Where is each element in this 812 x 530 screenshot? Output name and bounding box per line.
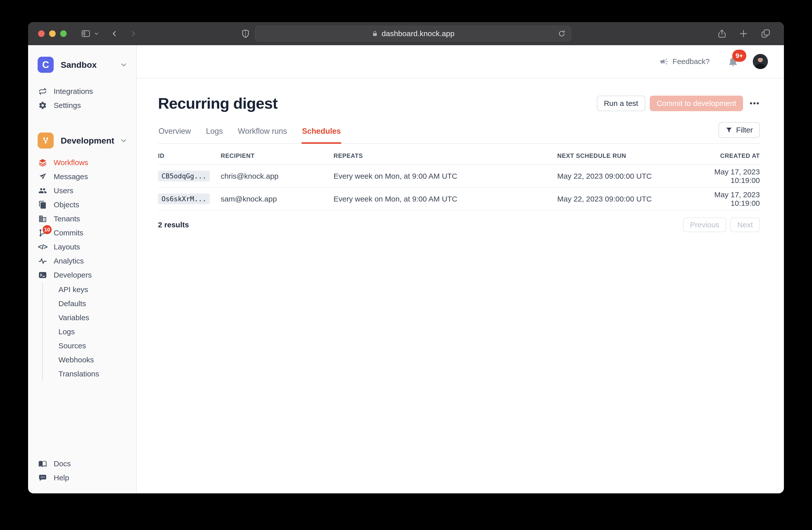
sidebar-item-help[interactable]: Help (38, 471, 129, 485)
notifications-button[interactable]: 9+ (727, 55, 739, 68)
commits-count-badge: 10 (43, 225, 52, 234)
environment-name: Development (61, 136, 120, 145)
sidebar-item-label: Messages (54, 172, 88, 181)
sidebar-subitem-logs[interactable]: Logs (43, 325, 129, 339)
created-at-cell: May 17, 2023 10:19:00 (698, 191, 760, 208)
next-run-cell: May 22, 2023 09:00:00 UTC (557, 172, 698, 180)
minimize-window-button[interactable] (49, 30, 56, 37)
previous-page-button[interactable]: Previous (683, 218, 726, 232)
window-controls (38, 30, 67, 37)
sidebar-item-docs[interactable]: Docs (38, 457, 129, 471)
schedule-id[interactable]: CB5odqGg... (158, 171, 210, 181)
close-window-button[interactable] (38, 30, 45, 37)
forward-button[interactable] (129, 29, 137, 38)
documents-icon (38, 200, 48, 209)
column-header-id: ID (158, 152, 221, 159)
sidebar-item-tenants[interactable]: Tenants (38, 212, 129, 226)
sidebar-item-label: Objects (54, 200, 79, 209)
environment-switcher[interactable]: Development (38, 132, 129, 149)
tab-bar: Overview Logs Workflow runs Schedules Fi… (158, 123, 760, 144)
terminal-icon (38, 271, 48, 279)
developers-submenu: API keys Defaults Variables Logs Sources… (42, 282, 129, 381)
sidebar-item-analytics[interactable]: Analytics (38, 254, 129, 268)
zoom-window-button[interactable] (60, 30, 67, 37)
sidebar-subitem-webhooks[interactable]: Webhooks (43, 353, 129, 367)
sidebar: C Sandbox Integrations (28, 45, 137, 493)
pulse-icon (38, 257, 48, 265)
sidebar-subitem-translations[interactable]: Translations (43, 367, 129, 381)
paper-plane-icon (38, 172, 48, 181)
created-at-cell: May 17, 2023 10:19:00 (698, 168, 760, 185)
sidebar-item-integrations[interactable]: Integrations (38, 84, 129, 98)
chevron-down-icon (120, 137, 128, 144)
sidebar-item-label: Settings (54, 101, 81, 110)
tab-schedules[interactable]: Schedules (301, 123, 341, 143)
tab-overview-icon[interactable] (760, 29, 771, 39)
sidebar-item-workflows[interactable]: Workflows (38, 156, 129, 170)
chat-bubble-icon (38, 474, 48, 482)
chevron-down-icon (120, 61, 128, 69)
sidebar-subitem-api-keys[interactable]: API keys (43, 282, 129, 297)
page-title: Recurring digest (158, 94, 597, 112)
url-text: dashboard.knock.app (382, 29, 455, 38)
sidebar-subitem-sources[interactable]: Sources (43, 339, 129, 353)
workspace-switcher[interactable]: C Sandbox (38, 57, 129, 73)
repeats-cell: Every week on Mon, at 9:00 AM UTC (334, 172, 557, 180)
run-a-test-button[interactable]: Run a test (597, 96, 645, 111)
environment-logo (38, 132, 54, 149)
reload-icon[interactable] (558, 29, 566, 38)
sidebar-item-layouts[interactable]: </> Layouts (38, 240, 129, 254)
table-row[interactable]: Os6skXrM... sam@knock.app Every week on … (158, 188, 760, 211)
privacy-shield-icon[interactable] (241, 28, 250, 39)
sidebar-item-label: Developers (54, 271, 92, 279)
book-icon (38, 460, 48, 468)
next-page-button[interactable]: Next (730, 218, 760, 232)
column-header-recipient: RECIPIENT (221, 152, 334, 159)
column-header-next-schedule-run: NEXT SCHEDULE RUN (557, 152, 698, 159)
back-button[interactable] (111, 29, 118, 38)
code-brackets-icon: </> (38, 243, 48, 251)
sidebar-subitem-variables[interactable]: Variables (43, 311, 129, 325)
tab-workflow-runs[interactable]: Workflow runs (237, 123, 287, 143)
next-run-cell: May 22, 2023 09:00:00 UTC (557, 195, 698, 203)
sidebar-subitem-defaults[interactable]: Defaults (43, 297, 129, 311)
avatar[interactable] (753, 54, 768, 69)
pagination: 2 results Previous Next (158, 218, 760, 232)
address-bar[interactable]: dashboard.knock.app (255, 26, 571, 41)
column-header-created-at: CREATED AT (698, 152, 760, 159)
tab-overview[interactable]: Overview (158, 123, 191, 143)
tab-logs[interactable]: Logs (205, 123, 223, 143)
feedback-label: Feedback? (672, 57, 710, 66)
sidebar-menu-chevron-icon[interactable] (94, 31, 99, 37)
sidebar-item-label: Tenants (54, 214, 80, 223)
page-content: Recurring digest Run a test Commit to de… (137, 78, 784, 493)
schedule-id[interactable]: Os6skXrM... (158, 194, 210, 204)
main-area: Feedback? 9+ (137, 45, 784, 493)
notification-count-badge: 9+ (732, 50, 746, 62)
commit-to-development-button[interactable]: Commit to development (650, 96, 743, 111)
sidebar-toggle-icon[interactable] (80, 29, 91, 38)
filter-label: Filter (736, 126, 753, 134)
share-icon[interactable] (717, 28, 727, 39)
new-tab-icon[interactable] (739, 29, 748, 38)
building-icon (38, 214, 48, 223)
sidebar-item-messages[interactable]: Messages (38, 170, 129, 184)
filter-button[interactable]: Filter (719, 122, 760, 138)
table-row[interactable]: CB5odqGg... chris@knock.app Every week o… (158, 165, 760, 188)
sidebar-item-label: Users (54, 186, 73, 195)
megaphone-icon (659, 57, 669, 66)
sidebar-item-developers[interactable]: Developers (38, 268, 129, 282)
sidebar-item-objects[interactable]: Objects (38, 198, 129, 212)
workspace-logo: C (38, 57, 54, 73)
users-icon (38, 186, 48, 195)
desktop-background: dashboard.knock.app (0, 0, 812, 530)
more-options-button[interactable]: ••• (750, 99, 760, 108)
sidebar-item-label: Analytics (54, 257, 84, 265)
sidebar-item-settings[interactable]: Settings (38, 98, 129, 112)
repeats-cell: Every week on Mon, at 9:00 AM UTC (334, 195, 557, 203)
feedback-button[interactable]: Feedback? (659, 57, 710, 66)
sidebar-item-users[interactable]: Users (38, 184, 129, 198)
funnel-icon (725, 126, 733, 134)
sidebar-item-commits[interactable]: 10 Commits (38, 226, 129, 240)
topbar: Feedback? 9+ (137, 45, 784, 78)
